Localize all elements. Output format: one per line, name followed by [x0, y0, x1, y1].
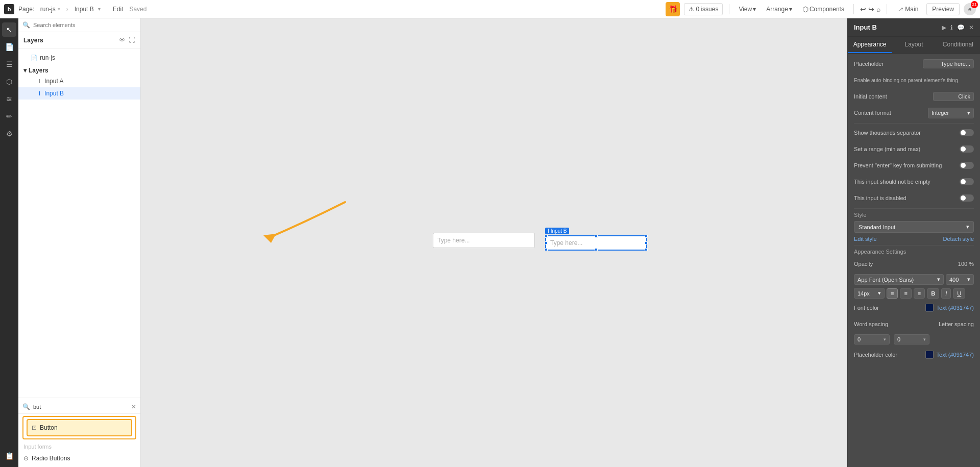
disabled-toggle[interactable]: [960, 194, 974, 202]
font-size-input[interactable]: 14px ▾: [854, 288, 885, 299]
placeholder-label: Placeholder: [854, 61, 923, 67]
handle-tm[interactable]: [595, 235, 598, 238]
set-range-row: Set a range (min and max): [854, 143, 974, 155]
italic-button[interactable]: I: [941, 288, 951, 299]
right-panel: Input B ▶ ℹ 💬 ✕ Appearance Layout Condit…: [847, 18, 980, 467]
visibility-icon[interactable]: 👁: [119, 36, 126, 44]
search-results-input[interactable]: [33, 404, 128, 410]
placeholder-color-text[interactable]: Text (#091747): [937, 352, 974, 358]
canvas-input-b-placeholder: Type here...: [550, 239, 582, 247]
topbar: b Page: run-js ▾ › Input B ▾ Edit Saved …: [0, 0, 980, 18]
avatar[interactable]: e 21: [964, 3, 976, 15]
components-menu[interactable]: ⬡ Components: [799, 3, 847, 15]
undo-icon[interactable]: ↩: [860, 5, 866, 13]
align-left-button[interactable]: ≡: [887, 288, 898, 299]
preview-button[interactable]: Preview: [926, 3, 960, 15]
content-format-chevron-icon: ▾: [967, 110, 970, 116]
font-color-label: Font color: [854, 305, 925, 311]
search-result-button-label: Button: [40, 424, 58, 431]
svg-marker-0: [263, 234, 276, 243]
tree-item-run-js[interactable]: 📄 run-js: [18, 52, 140, 64]
view-menu[interactable]: View ▾: [736, 4, 759, 15]
sidebar-item-docs[interactable]: 📋: [2, 449, 16, 463]
content-format-dropdown[interactable]: Integer ▾: [928, 108, 974, 118]
sidebar-item-pen[interactable]: ✏: [2, 109, 16, 124]
search-results-bar: 🔍 ✕: [18, 400, 140, 414]
placeholder-color-swatch[interactable]: [925, 351, 934, 359]
not-empty-toggle[interactable]: [960, 178, 974, 185]
canvas-input-a[interactable]: Type here...: [433, 233, 535, 248]
canvas-area[interactable]: Type here... I Input B Type here...: [141, 18, 847, 467]
gift-icon[interactable]: 🎁: [666, 2, 680, 16]
zoom-icon[interactable]: ⌕: [876, 5, 880, 13]
content-format-label: Content format: [854, 110, 928, 116]
handle-tr[interactable]: [645, 235, 648, 238]
prevent-enter-toggle[interactable]: [960, 162, 974, 169]
font-color-swatch[interactable]: [925, 304, 934, 312]
sidebar-item-settings[interactable]: ⚙: [2, 127, 16, 141]
sidebar-item-layers[interactable]: ☰: [2, 57, 16, 71]
show-thousands-toggle[interactable]: [960, 129, 974, 136]
style-dropdown[interactable]: Standard Input ▾: [854, 221, 974, 233]
redo-icon[interactable]: ↪: [868, 5, 874, 13]
handle-bl[interactable]: [545, 248, 548, 251]
bold-button[interactable]: B: [927, 288, 939, 299]
handle-ml[interactable]: [545, 241, 548, 244]
comment-icon[interactable]: 💬: [957, 24, 965, 31]
page-name[interactable]: run-js: [40, 6, 56, 13]
components-label: Components: [810, 6, 844, 13]
issues-count: 0 issues: [696, 6, 718, 13]
sidebar-item-components[interactable]: ⬡: [2, 75, 16, 89]
tab-appearance[interactable]: Appearance: [848, 37, 892, 53]
search-input[interactable]: [33, 22, 136, 28]
handle-tl[interactable]: [545, 235, 548, 238]
search-result-button[interactable]: ⊡ Button: [27, 419, 132, 436]
handle-br[interactable]: [645, 248, 648, 251]
tab-conditional[interactable]: Conditional: [936, 37, 980, 53]
initial-content-input[interactable]: Click: [933, 92, 974, 101]
edit-style-link[interactable]: Edit style: [854, 236, 877, 242]
expand-icon[interactable]: ⛶: [129, 36, 135, 44]
tree-item-input-a[interactable]: I Input A: [18, 75, 140, 87]
main-branch: ⎇ Main: [893, 4, 922, 15]
placeholder-input[interactable]: Type here...: [923, 59, 974, 68]
tab-layout[interactable]: Layout: [892, 37, 936, 53]
align-center-button[interactable]: ≡: [900, 288, 911, 299]
underline-button[interactable]: U: [953, 288, 965, 299]
search-result-input-forms[interactable]: Input forms: [18, 441, 140, 452]
topbar-divider: [729, 4, 729, 14]
tree-item-layers-folder[interactable]: ▾ Layers: [18, 64, 140, 75]
style-value: Standard Input: [859, 224, 895, 230]
letter-spacing-input[interactable]: 0 ▾: [894, 334, 929, 345]
prevent-enter-row: Prevent "enter" key from submitting: [854, 159, 974, 171]
sidebar-item-data[interactable]: ≋: [2, 92, 16, 106]
edit-button[interactable]: Edit: [113, 6, 124, 13]
font-weight-dropdown[interactable]: 400 ▾: [946, 274, 974, 285]
handle-bm[interactable]: [595, 248, 598, 251]
font-color-text[interactable]: Text (#031747): [937, 305, 974, 311]
search-clear-icon[interactable]: ✕: [131, 403, 136, 410]
search-result-radio-buttons[interactable]: ⊙ Radio Buttons: [18, 452, 140, 465]
branch-icon: ⎇: [897, 7, 903, 12]
tree-label-run-js: run-js: [40, 54, 55, 61]
sidebar-item-cursor[interactable]: ↖: [2, 22, 16, 37]
arrange-menu[interactable]: Arrange ▾: [763, 4, 795, 15]
sidebar-item-pages[interactable]: 📄: [2, 40, 16, 54]
handle-mr[interactable]: [645, 241, 648, 244]
page-chevron-icon[interactable]: ▾: [58, 6, 60, 12]
canvas-input-b[interactable]: Type here...: [545, 235, 647, 251]
close-icon[interactable]: ✕: [969, 24, 974, 31]
font-color-row: Font color Text (#031747): [854, 302, 974, 314]
tree-label-input-a: Input A: [44, 78, 63, 85]
disabled-row: This input is disabled: [854, 192, 974, 204]
issues-button[interactable]: ⚠ 0 issues: [684, 3, 723, 15]
set-range-toggle[interactable]: [960, 145, 974, 153]
play-icon[interactable]: ▶: [942, 24, 946, 31]
word-spacing-input[interactable]: 0 ▾: [854, 334, 890, 345]
font-family-dropdown[interactable]: App Font (Open Sans) ▾: [854, 274, 944, 285]
info-icon[interactable]: ℹ: [950, 24, 953, 31]
align-right-button[interactable]: ≡: [914, 288, 925, 299]
detach-style-link[interactable]: Detach style: [943, 236, 974, 242]
opacity-row: Opacity 100 %: [854, 258, 974, 270]
tree-item-input-b[interactable]: I Input B: [18, 87, 140, 100]
